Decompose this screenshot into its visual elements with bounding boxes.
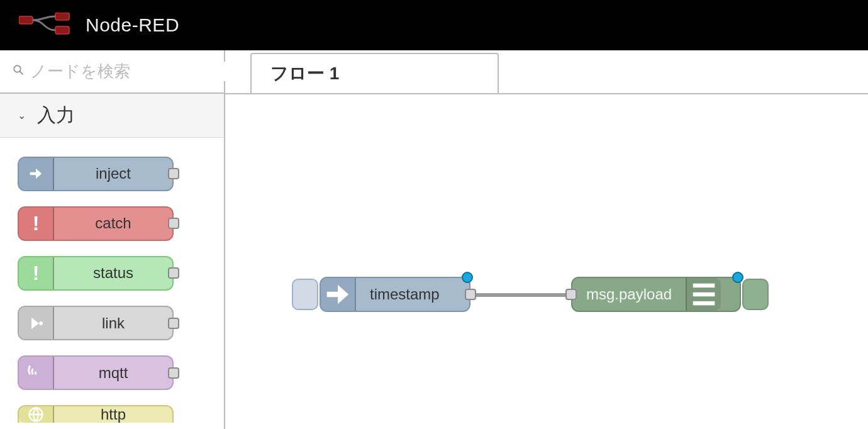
- svg-rect-2: [55, 26, 69, 34]
- node-changed-indicator: [732, 272, 743, 283]
- node-output-port[interactable]: [168, 367, 179, 379]
- arrow-right-icon: [321, 278, 356, 311]
- palette-category-input[interactable]: ⌄ 入力: [0, 94, 224, 137]
- exclamation-icon: !: [19, 257, 54, 289]
- palette-search-row: [0, 50, 224, 94]
- palette-node-list: inject ! catch ! status link: [0, 138, 224, 429]
- svg-rect-1: [55, 13, 69, 20]
- svg-rect-9: [693, 301, 715, 306]
- palette-sidebar: ⌄ 入力 inject ! catch ! status: [0, 50, 225, 429]
- svg-rect-7: [693, 284, 715, 288]
- svg-point-5: [39, 321, 43, 325]
- palette-search-input[interactable]: [30, 62, 235, 81]
- palette-node-status[interactable]: ! status: [18, 256, 174, 291]
- flow-wire[interactable]: [470, 293, 571, 297]
- palette-category-label: 入力: [37, 103, 75, 128]
- palette-node-label: status: [54, 264, 172, 282]
- palette-node-label: catch: [54, 214, 172, 232]
- palette-node-label: http: [54, 406, 172, 423]
- debug-toggle-button[interactable]: [742, 279, 769, 310]
- flow-node-label: timestamp: [356, 286, 453, 303]
- chevron-down-icon: ⌄: [18, 109, 26, 121]
- workspace: フロー 1 timestamp msg.payload: [225, 50, 868, 429]
- node-output-port[interactable]: [168, 168, 179, 179]
- palette-node-link[interactable]: link: [18, 306, 174, 340]
- svg-rect-0: [19, 16, 33, 24]
- flow-tab-bar: フロー 1: [225, 50, 868, 94]
- app-title: Node-RED: [86, 14, 179, 36]
- app-header: Node-RED: [0, 0, 868, 50]
- node-changed-indicator: [462, 272, 473, 283]
- palette-node-label: mqtt: [54, 364, 172, 382]
- palette-node-http[interactable]: http: [18, 405, 174, 423]
- palette-node-inject[interactable]: inject: [18, 157, 174, 191]
- palette-node-label: inject: [54, 165, 172, 182]
- flow-node-inject[interactable]: timestamp: [320, 277, 470, 312]
- node-output-port[interactable]: [168, 267, 179, 279]
- exclamation-icon: !: [19, 208, 54, 240]
- palette-node-label: link: [54, 315, 172, 332]
- node-output-port[interactable]: [168, 218, 179, 229]
- link-out-icon: [19, 307, 54, 339]
- app-logo: [19, 13, 73, 38]
- flow-canvas[interactable]: timestamp msg.payload: [225, 94, 868, 429]
- arrow-right-icon: [19, 158, 54, 190]
- flow-node-label: msg.payload: [572, 286, 686, 303]
- wifi-icon: [19, 357, 54, 389]
- palette-node-mqtt[interactable]: mqtt: [18, 355, 174, 390]
- flow-node-debug[interactable]: msg.payload: [571, 277, 741, 312]
- node-input-port[interactable]: [565, 289, 577, 300]
- palette-node-catch[interactable]: ! catch: [18, 206, 174, 241]
- flow-tab[interactable]: フロー 1: [250, 53, 499, 93]
- node-output-port[interactable]: [465, 289, 476, 300]
- svg-point-3: [14, 65, 21, 72]
- svg-rect-8: [693, 292, 715, 297]
- svg-line-4: [19, 71, 23, 74]
- node-output-port[interactable]: [168, 318, 179, 329]
- search-icon: [13, 64, 24, 79]
- flow-tab-label: フロー 1: [270, 62, 339, 86]
- globe-icon: [19, 406, 54, 423]
- inject-trigger-button[interactable]: [292, 279, 318, 310]
- bars-icon: [686, 278, 721, 311]
